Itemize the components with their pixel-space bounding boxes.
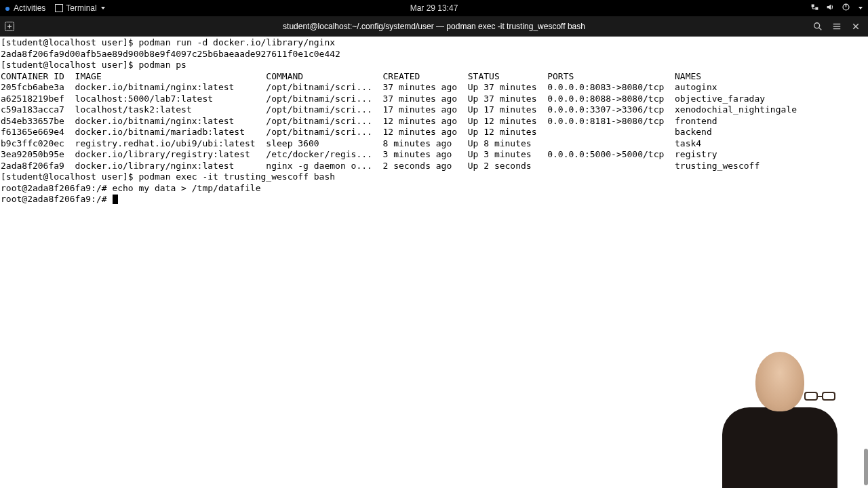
- terminal-viewport[interactable]: [student@localhost user]$ podman run -d …: [0, 37, 868, 488]
- app-menu-terminal[interactable]: Terminal: [55, 3, 104, 13]
- prompt: [student@localhost user]$: [1, 171, 139, 182]
- activities-label: Activities: [14, 3, 45, 13]
- svg-rect-1: [815, 7, 818, 10]
- scrollbar[interactable]: [863, 37, 868, 488]
- terminal-app-icon: [55, 4, 63, 12]
- webcam-overlay: [717, 342, 842, 488]
- app-menu-label: Terminal: [66, 3, 96, 13]
- clock[interactable]: Mar 29 13:47: [410, 3, 458, 13]
- command-ps: podman ps: [139, 60, 186, 70]
- power-icon: [842, 3, 850, 14]
- presenter-torso: [722, 407, 837, 488]
- command-exec: podman exec -it trusting_wescoff bash: [139, 171, 336, 182]
- command-echo: echo my data > /tmp/datafile: [112, 183, 260, 193]
- gnome-topbar: Activities Terminal Mar 29 13:47: [0, 0, 868, 16]
- svg-line-8: [819, 27, 822, 30]
- ps-output: CONTAINER ID IMAGE COMMAND CREATED STATU…: [1, 71, 797, 171]
- cursor: [113, 195, 118, 204]
- scrollbar-thumb[interactable]: [864, 449, 868, 485]
- root-prompt: root@2ada8f206fa9:/#: [1, 183, 112, 193]
- system-status-area[interactable]: [810, 3, 863, 14]
- svg-rect-0: [812, 4, 814, 7]
- close-button[interactable]: [850, 21, 861, 32]
- prompt: [student@localhost user]$: [1, 37, 139, 47]
- window-title: student@localhost:~/.config/systemd/user…: [283, 22, 585, 31]
- menu-button[interactable]: [831, 21, 842, 32]
- svg-point-7: [814, 22, 820, 28]
- network-icon: [810, 3, 819, 14]
- chevron-down-icon: [859, 7, 863, 9]
- prompt: [student@localhost user]$: [1, 60, 139, 70]
- terminal-header: student@localhost:~/.config/systemd/user…: [0, 16, 868, 37]
- chevron-down-icon: [101, 7, 105, 9]
- activities-button[interactable]: Activities: [5, 3, 45, 13]
- output-container-id: 2ada8f206fa9d00afb5ae89d900b8e9f4097c25b…: [1, 49, 340, 59]
- search-button[interactable]: [812, 21, 823, 32]
- glasses-icon: [762, 380, 797, 390]
- presenter-head: [755, 352, 804, 411]
- root-prompt: root@2ada8f206fa9:/#: [1, 194, 112, 204]
- new-tab-button[interactable]: [0, 21, 19, 32]
- volume-icon: [826, 3, 835, 14]
- activities-indicator-icon: [5, 7, 9, 11]
- command-run: podman run -d docker.io/library/nginx: [139, 37, 336, 47]
